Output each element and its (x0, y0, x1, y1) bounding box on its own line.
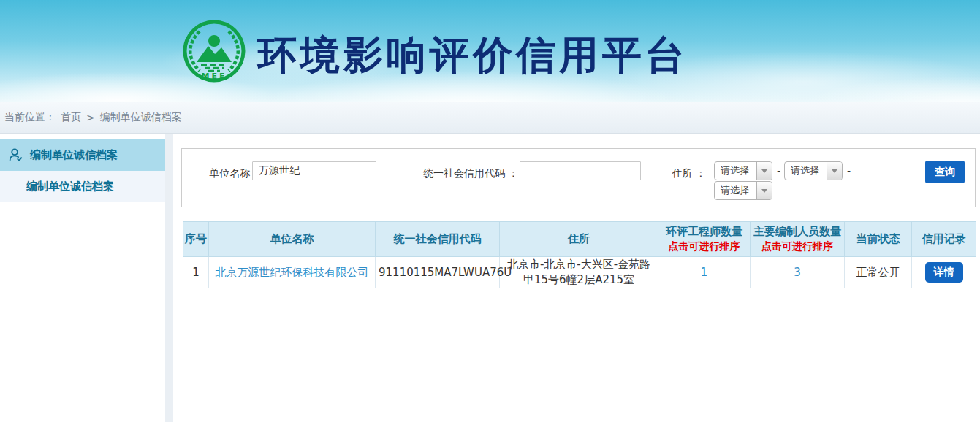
chevron-down-icon[interactable] (756, 182, 772, 199)
sort-hint: 点击可进行排序 (660, 239, 748, 254)
cell-status: 正常公开 (845, 257, 912, 288)
chevron-down-icon[interactable] (827, 162, 842, 180)
mee-logo-icon: MEE (182, 19, 246, 83)
search-form-panel: 单位名称 ： 统一社会信用代码 ： 住所 ： 请选择 - 请选择 - 请选择 查… (181, 148, 976, 207)
cell-index: 1 (183, 257, 209, 288)
credit-code-input[interactable] (520, 161, 641, 180)
city-select-value: 请选择 (785, 162, 827, 180)
sidebar-item-label: 编制单位诚信档案 (26, 180, 114, 193)
header-unit-name: 单位名称 (209, 222, 376, 257)
cell-engineer-count: 1 (658, 257, 751, 288)
header-index: 序号 (183, 222, 209, 257)
address-dash-1: - (777, 165, 780, 177)
unit-name-input[interactable] (252, 161, 376, 180)
breadcrumb-home-link[interactable]: 首页 (61, 111, 81, 124)
header-status: 当前状态 (845, 222, 912, 257)
header-staff-count-sortable[interactable]: 主要编制人员数量 点击可进行排序 (751, 222, 845, 257)
address-label: 住所 ： (656, 167, 706, 180)
table-row: 1 北京万源世纪环保科技有限公司 91110115MA7LWUA76U 北京市-… (183, 257, 976, 288)
cell-unit-name: 北京万源世纪环保科技有限公司 (209, 257, 376, 288)
table-header-row: 序号 单位名称 统一社会信用代码 住所 环评工程师数量 点击可进行排序 主要编制… (183, 222, 976, 257)
unit-name-link[interactable]: 北京万源世纪环保科技有限公司 (216, 266, 369, 279)
header-credit-code: 统一社会信用代码 (376, 222, 500, 257)
cell-address: 北京市-北京市-大兴区-金苑路 甲15号6幢2层A215室 (500, 257, 658, 288)
breadcrumb-prefix: 当前位置： (4, 111, 56, 124)
sort-hint: 点击可进行排序 (752, 239, 843, 254)
breadcrumb-separator: > (86, 112, 95, 123)
cell-staff-count: 3 (751, 257, 845, 288)
user-check-icon (7, 147, 23, 163)
district-select-value: 请选择 (715, 182, 756, 199)
province-select-value: 请选择 (715, 162, 756, 180)
cell-credit-record: 详情 (912, 257, 976, 288)
credit-code-label: 统一社会信用代码 ： (423, 167, 517, 180)
sidebar-item-label: 编制单位诚信档案 (30, 148, 118, 162)
address-dash-2: - (847, 165, 851, 177)
results-table: 序号 单位名称 统一社会信用代码 住所 环评工程师数量 点击可进行排序 主要编制… (183, 221, 976, 288)
breadcrumb-current: 编制单位诚信档案 (100, 111, 182, 124)
header-engineer-count-sortable[interactable]: 环评工程师数量 点击可进行排序 (658, 222, 751, 257)
cell-credit-code: 91110115MA7LWUA76U (376, 257, 500, 288)
svg-text:MEE: MEE (202, 72, 227, 81)
engineer-count-link[interactable]: 1 (701, 266, 708, 279)
header-credit-record: 信用记录 (912, 222, 976, 257)
province-select[interactable]: 请选择 (714, 161, 772, 180)
page-title: 环境影响评价信用平台 (257, 29, 688, 83)
detail-button[interactable]: 详情 (925, 262, 963, 283)
city-select[interactable]: 请选择 (784, 161, 843, 180)
sidebar-item-credit-archive-parent[interactable]: 编制单位诚信档案 (0, 139, 165, 171)
breadcrumb: 当前位置： 首页 > 编制单位诚信档案 (0, 102, 980, 134)
district-select[interactable]: 请选择 (714, 181, 772, 200)
sidebar-item-credit-archive[interactable]: 编制单位诚信档案 (0, 171, 165, 202)
staff-count-link[interactable]: 3 (794, 266, 801, 279)
top-banner: MEE 环境影响评价信用平台 (0, 0, 980, 102)
query-button[interactable]: 查询 (925, 161, 965, 183)
chevron-down-icon[interactable] (756, 162, 772, 180)
header-address: 住所 (500, 222, 658, 257)
sidebar-divider (165, 134, 173, 422)
